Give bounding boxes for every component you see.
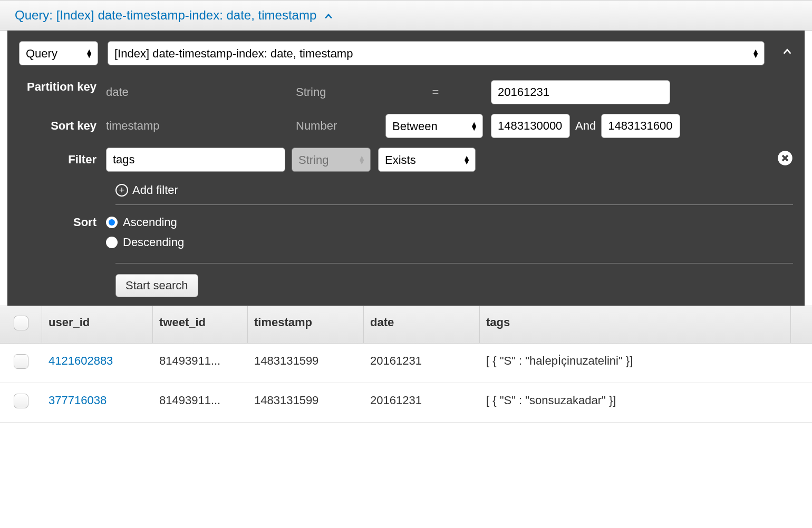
- col-date[interactable]: date: [364, 306, 480, 343]
- start-search-button[interactable]: Start search: [115, 274, 198, 297]
- filter-attr-input[interactable]: [106, 148, 285, 172]
- sort-key-from-input[interactable]: [491, 114, 570, 138]
- collapse-panel-icon[interactable]: [781, 46, 793, 61]
- cell-timestamp: 1483131599: [248, 344, 364, 383]
- sort-key-op-select[interactable]: Between: [385, 114, 483, 138]
- index-select[interactable]: [Index] date-timestamp-index: date, time…: [108, 41, 765, 65]
- divider: [115, 204, 793, 205]
- add-filter-label: Add filter: [132, 183, 178, 197]
- cell-tags: [ { "S" : "halepİçinuzatelini" }]: [480, 344, 791, 383]
- add-filter-button[interactable]: + Add filter: [115, 183, 178, 197]
- col-tweet_id[interactable]: tweet_id: [153, 306, 248, 343]
- table-row: 4121602883 81493911... 1483131599 201612…: [0, 344, 812, 383]
- select-all-checkbox[interactable]: [14, 316, 28, 330]
- query-title-text: Query: [Index] date-timestamp-index: dat…: [15, 8, 316, 22]
- remove-filter-icon[interactable]: [777, 150, 793, 170]
- cell-tweet_id: 81493911...: [153, 344, 248, 383]
- col-user_id[interactable]: user_id: [42, 306, 153, 343]
- row-checkbox[interactable]: [14, 394, 28, 408]
- sort-asc-label: Ascending: [123, 216, 177, 229]
- partition-key-value-input[interactable]: [491, 80, 670, 104]
- query-panel: Query ▲▼ [Index] date-timestamp-index: d…: [7, 31, 805, 306]
- query-header-bar: Query: [Index] date-timestamp-index: dat…: [0, 0, 812, 31]
- radio-unchecked-icon: [106, 237, 118, 248]
- filter-type-select[interactable]: String: [292, 148, 371, 172]
- sort-desc-radio[interactable]: Descending: [106, 236, 793, 249]
- plus-circle-icon: +: [115, 184, 128, 197]
- col-timestamp[interactable]: timestamp: [248, 306, 364, 343]
- row-checkbox[interactable]: [14, 354, 28, 369]
- sort-key-label: Sort key: [19, 119, 106, 133]
- partition-key-label: Partition key: [19, 80, 106, 94]
- sort-key-name: timestamp: [106, 119, 291, 133]
- mode-select[interactable]: Query: [19, 41, 98, 65]
- cell-tags: [ { "S" : "sonsuzakadar" }]: [480, 383, 791, 422]
- partition-key-type: String: [296, 85, 380, 99]
- cell-user_id[interactable]: 4121602883: [42, 344, 153, 383]
- cell-date: 20161231: [364, 383, 480, 422]
- sort-asc-radio[interactable]: Ascending: [106, 216, 793, 229]
- partition-key-op: =: [385, 85, 486, 99]
- radio-checked-icon: [106, 217, 118, 228]
- chevron-up-icon: [323, 8, 334, 23]
- filter-op-select[interactable]: Exists: [378, 148, 476, 172]
- table-row: 377716038 81493911... 1483131599 2016123…: [0, 383, 812, 423]
- cell-user_id[interactable]: 377716038: [42, 383, 153, 422]
- sort-desc-label: Descending: [123, 236, 184, 249]
- table-header: user_id tweet_id timestamp date tags: [0, 306, 812, 344]
- partition-key-name: date: [106, 85, 291, 99]
- sort-key-type: Number: [296, 119, 380, 133]
- cell-timestamp: 1483131599: [248, 383, 364, 422]
- filter-label: Filter: [19, 153, 106, 167]
- cell-date: 20161231: [364, 344, 480, 383]
- col-tags[interactable]: tags: [480, 306, 791, 343]
- query-title-link[interactable]: Query: [Index] date-timestamp-index: dat…: [15, 8, 334, 22]
- divider: [115, 263, 793, 263]
- and-label: And: [575, 119, 596, 133]
- cell-tweet_id: 81493911...: [153, 383, 248, 422]
- sort-label: Sort: [19, 216, 106, 229]
- sort-key-to-input[interactable]: [601, 114, 680, 138]
